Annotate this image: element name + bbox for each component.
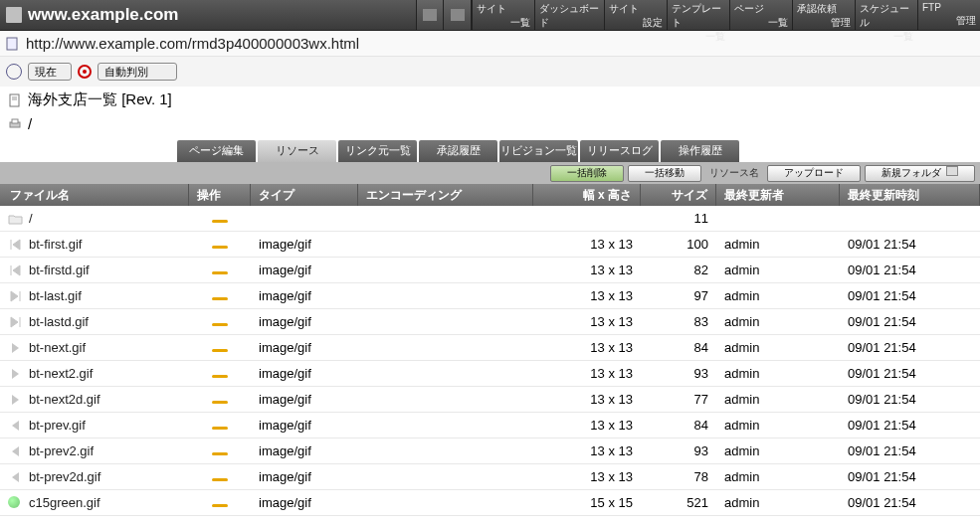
file-dim: 13 x 13 <box>533 340 641 355</box>
breadcrumb-path: / <box>28 115 32 132</box>
table-row[interactable]: bt-firstd.gifimage/gif13 x 1382admin09/0… <box>0 258 980 283</box>
page-tab-1[interactable]: リソース <box>258 140 336 162</box>
file-date: 09/01 21:54 <box>840 366 980 381</box>
nav-fwd-button[interactable] <box>444 0 472 30</box>
table-row[interactable]: bt-first.gifimage/gif13 x 13100admin09/0… <box>0 232 980 258</box>
file-thumb-icon <box>8 212 23 226</box>
op-dash-icon[interactable] <box>212 271 228 274</box>
table-row[interactable]: bt-next2.gifimage/gif13 x 1393admin09/01… <box>0 361 980 387</box>
col-op[interactable]: 操作 <box>189 184 251 206</box>
file-name: bt-last.gif <box>29 288 82 303</box>
op-dash-icon[interactable] <box>212 220 228 223</box>
time-select[interactable]: 現在 <box>28 63 72 81</box>
col-type[interactable]: タイプ <box>251 184 358 206</box>
file-type: image/gif <box>251 495 358 510</box>
op-dash-icon[interactable] <box>212 401 228 404</box>
op-dash-icon[interactable] <box>212 375 228 378</box>
upload-button[interactable]: アップロード <box>767 165 861 182</box>
nav-back-button[interactable] <box>416 0 444 30</box>
file-thumb-icon <box>8 419 23 433</box>
file-type: image/gif <box>251 263 358 277</box>
file-name: bt-prev2.gif <box>29 443 94 458</box>
file-size: 93 <box>641 366 716 381</box>
col-size[interactable]: サイズ <box>641 184 716 206</box>
col-user[interactable]: 最終更新者 <box>716 184 840 206</box>
file-name: bt-prev2d.gif <box>29 469 100 484</box>
file-name: bt-next2d.gif <box>29 392 100 407</box>
file-dim: 13 x 13 <box>533 443 641 458</box>
encoding-select[interactable]: 自動判別 <box>98 63 177 81</box>
file-user: admin <box>716 418 840 433</box>
file-dim: 13 x 13 <box>533 418 641 433</box>
table-row[interactable]: bt-prev2d.gifimage/gif13 x 1378admin09/0… <box>0 464 980 490</box>
op-dash-icon[interactable] <box>212 504 228 507</box>
file-date: 09/01 21:54 <box>840 443 980 458</box>
op-dash-icon[interactable] <box>212 246 228 249</box>
file-name: bt-lastd.gif <box>29 314 89 329</box>
page-tab-6[interactable]: 操作履歴 <box>661 140 739 162</box>
site-icon <box>6 7 22 23</box>
nav-tab-0[interactable]: サイト一覧 <box>472 0 534 30</box>
file-thumb-icon <box>8 496 23 510</box>
file-user: admin <box>716 392 840 407</box>
table-row[interactable]: bt-next2d.gifimage/gif13 x 1377admin09/0… <box>0 387 980 413</box>
file-dim: 13 x 13 <box>533 263 641 277</box>
page-tab-5[interactable]: リリースログ <box>580 140 659 162</box>
nav-tab-5[interactable]: 承認依頼管理 <box>792 0 855 30</box>
url-text: http://www.example.com/rmd3p400000003wx.… <box>26 35 359 52</box>
bulk-move-button[interactable]: 一括移動 <box>628 165 701 182</box>
col-dim[interactable]: 幅 x 高さ <box>533 184 641 206</box>
nav-tab-top: サイト <box>477 2 530 16</box>
file-thumb-icon <box>8 238 23 252</box>
op-dash-icon[interactable] <box>212 478 228 481</box>
file-date: 09/01 21:54 <box>840 237 980 252</box>
file-type: image/gif <box>251 443 358 458</box>
file-type: image/gif <box>251 392 358 407</box>
nav-tab-bot: 一覧 <box>477 16 530 30</box>
resource-name-label: リソース名 <box>705 166 763 180</box>
file-date: 09/01 21:54 <box>840 392 980 407</box>
nav-tab-top: FTP <box>922 2 976 13</box>
file-dim: 13 x 13 <box>533 392 641 407</box>
file-size: 11 <box>641 211 716 226</box>
table-row[interactable]: /11 <box>0 206 980 232</box>
file-dim: 13 x 13 <box>533 237 641 252</box>
op-dash-icon[interactable] <box>212 297 228 300</box>
nav-tab-3[interactable]: テンプレート一覧 <box>667 0 729 30</box>
table-row[interactable]: bt-prev2.gifimage/gif13 x 1393admin09/01… <box>0 439 980 464</box>
nav-tab-top: サイト <box>609 2 663 16</box>
page-tab-4[interactable]: リビジョン一覧 <box>499 140 578 162</box>
file-date: 09/01 21:54 <box>840 418 980 433</box>
col-encoding[interactable]: エンコーディング <box>358 184 533 206</box>
file-name: bt-next2.gif <box>29 366 93 381</box>
table-row[interactable]: bt-prev.gifimage/gif13 x 1384admin09/01 … <box>0 413 980 439</box>
nav-tab-4[interactable]: ページ一覧 <box>729 0 792 30</box>
nav-tab-bot: 一覧 <box>672 30 725 44</box>
file-name: bt-firstd.gif <box>29 263 90 277</box>
nav-tab-1[interactable]: ダッシュボード <box>534 0 604 30</box>
new-folder-button[interactable]: 新規フォルダ <box>865 165 975 182</box>
table-row[interactable]: bt-next.gifimage/gif13 x 1384admin09/01 … <box>0 335 980 361</box>
nav-tab-6[interactable]: スケジュール一覧 <box>855 0 917 30</box>
op-dash-icon[interactable] <box>212 452 228 455</box>
col-filename[interactable]: ファイル名 <box>0 184 189 206</box>
table-row[interactable]: bt-last.gifimage/gif13 x 1397admin09/01 … <box>0 283 980 309</box>
op-dash-icon[interactable] <box>212 349 228 352</box>
col-date[interactable]: 最終更新時刻 <box>840 184 980 206</box>
file-name: bt-next.gif <box>29 340 86 355</box>
record-icon[interactable] <box>78 65 92 79</box>
file-user: admin <box>716 366 840 381</box>
op-dash-icon[interactable] <box>212 427 228 430</box>
page-tab-2[interactable]: リンク元一覧 <box>338 140 417 162</box>
page-tab-0[interactable]: ページ編集 <box>177 140 256 162</box>
bulk-delete-button[interactable]: 一括削除 <box>550 165 624 182</box>
nav-tab-7[interactable]: FTP管理 <box>917 0 980 30</box>
op-dash-icon[interactable] <box>212 323 228 326</box>
table-row[interactable]: c15green.gifimage/gif15 x 15521admin09/0… <box>0 490 980 516</box>
table-header: ファイル名 操作 タイプ エンコーディング 幅 x 高さ サイズ 最終更新者 最… <box>0 184 980 206</box>
nav-tab-2[interactable]: サイト設定 <box>604 0 667 30</box>
page-tab-3[interactable]: 承認履歴 <box>419 140 497 162</box>
table-row[interactable]: bt-lastd.gifimage/gif13 x 1383admin09/01… <box>0 309 980 335</box>
nav-tab-bot: 管理 <box>797 16 851 30</box>
file-type: image/gif <box>251 340 358 355</box>
